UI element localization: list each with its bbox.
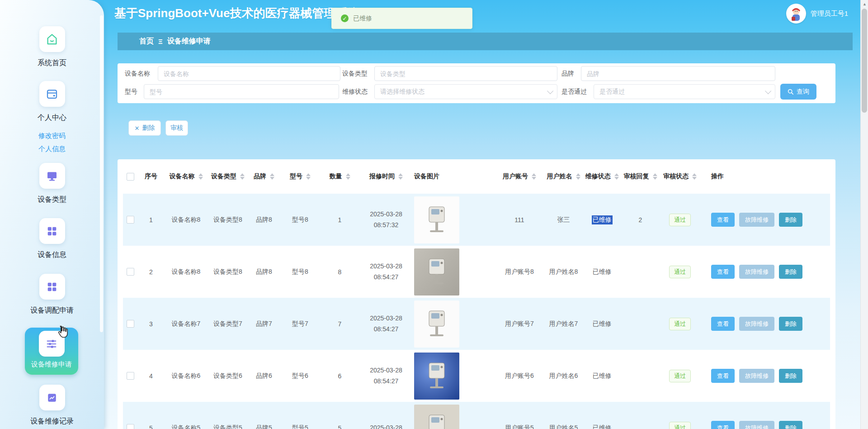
repair-status-text: 已维修	[592, 215, 613, 224]
cell-qty: 1	[321, 216, 359, 224]
breadcrumb-current: 设备维修申请	[167, 37, 211, 46]
breadcrumb-home[interactable]: 首页	[139, 37, 154, 46]
sidebar-item-profile[interactable]: 个人中心	[0, 81, 104, 123]
sidebar-item-device-info[interactable]: 设备信息	[0, 218, 104, 260]
column-header-actions: 操作	[700, 172, 830, 181]
page-scrollbar-thumb[interactable]	[862, 9, 867, 113]
user-block[interactable]: 管理员工号1	[786, 4, 848, 24]
column-header-name[interactable]: 设备名称	[165, 172, 208, 181]
audit-pass-tag[interactable]: 通过	[669, 370, 691, 382]
fault-repair-button[interactable]: 故障维修	[739, 317, 774, 331]
audit-pass-tag[interactable]: 通过	[669, 422, 691, 429]
search-button[interactable]: 查询	[780, 84, 816, 100]
cell-actions: 查看故障维修删除	[700, 317, 830, 331]
device-type-input[interactable]	[374, 66, 557, 81]
sidebar-item-home[interactable]: 系统首页	[0, 26, 104, 68]
sort-carets-icon[interactable]	[692, 173, 697, 180]
delete-row-button[interactable]: 删除	[779, 213, 802, 227]
filter-label-brand: 品牌	[561, 66, 574, 81]
sidebar-item-device-allocation[interactable]: 设备调配申请	[0, 274, 104, 315]
sidebar-item-device-repair-records[interactable]: 设备维修记录	[0, 385, 104, 426]
delete-row-button[interactable]: 删除	[779, 317, 802, 331]
cell-audit_status: 通过	[660, 214, 700, 226]
sort-carets-icon[interactable]	[240, 173, 245, 180]
column-label: 设备名称	[170, 172, 195, 181]
fault-repair-button[interactable]: 故障维修	[739, 421, 774, 429]
row-checkbox[interactable]	[127, 372, 134, 380]
fault-repair-button[interactable]: 故障维修	[739, 265, 774, 279]
brand-input[interactable]	[581, 66, 775, 81]
delete-row-button[interactable]: 删除	[779, 369, 802, 383]
select-all-checkbox[interactable]	[127, 173, 134, 181]
column-header-type[interactable]: 设备类型	[208, 172, 248, 181]
filter-panel: 设备名称 设备类型 品牌 型号 维修状态 请选择维修状态 是否通过 是否通过 查…	[118, 63, 835, 103]
cell-account: 用户账号6	[495, 372, 544, 380]
column-header-repair_status[interactable]: 维修状态	[583, 172, 621, 181]
avatar[interactable]	[786, 4, 806, 24]
audit-pass-tag[interactable]: 通过	[669, 266, 691, 278]
delete-row-button[interactable]: 删除	[779, 421, 802, 429]
column-header-reply[interactable]: 审核回复	[621, 172, 660, 181]
sort-carets-icon[interactable]	[346, 173, 350, 180]
view-button[interactable]: 查看	[711, 265, 735, 279]
sort-carets-icon[interactable]	[614, 173, 619, 180]
view-button[interactable]: 查看	[711, 421, 735, 429]
audit-button[interactable]: 审核	[165, 120, 188, 136]
column-header-brand[interactable]: 品牌	[248, 172, 280, 181]
sort-carets-icon[interactable]	[198, 173, 203, 180]
chevron-down-icon	[765, 87, 771, 94]
page-scrollbar[interactable]: ▲	[860, 0, 868, 429]
fault-repair-button[interactable]: 故障维修	[739, 213, 774, 227]
sidebar-item-device-repair-request[interactable]: 设备维修申请	[25, 328, 78, 375]
device-name-input[interactable]	[158, 66, 340, 81]
page-title: 基于SpringBoot+Vue技术的医疗器械管理系统	[114, 5, 359, 21]
model-input[interactable]	[144, 84, 339, 99]
cell-account: 用户账号8	[495, 268, 544, 276]
cell-time: 2025-03-2808:57:32	[359, 209, 413, 231]
sidebar-link-change-password[interactable]: 修改密码	[0, 132, 104, 140]
sort-carets-icon[interactable]	[306, 173, 311, 180]
column-header-qty[interactable]: 数量	[321, 172, 359, 181]
audit-pass-tag[interactable]: 通过	[669, 214, 691, 226]
cell-audit_status: 通过	[660, 370, 700, 382]
cell-actions: 查看故障维修删除	[700, 213, 830, 227]
select-all-cell[interactable]	[123, 173, 137, 181]
sort-carets-icon[interactable]	[270, 173, 274, 180]
sort-carets-icon[interactable]	[576, 173, 580, 180]
audit-pass-tag[interactable]: 通过	[669, 318, 691, 330]
filter-label-pass: 是否通过	[561, 84, 587, 99]
sort-carets-icon[interactable]	[653, 173, 657, 180]
sidebar-link-personal-info[interactable]: 个人信息	[0, 145, 104, 153]
cell-no: 2	[137, 268, 165, 276]
sidebar-scrollbar[interactable]	[100, 15, 103, 332]
table-body: 1设备名称8设备类型8品牌8型号812025-03-2808:57:32111张…	[123, 194, 830, 429]
cell-qty: 8	[321, 268, 359, 276]
view-button[interactable]: 查看	[711, 369, 735, 383]
column-header-time[interactable]: 报修时间	[359, 172, 413, 181]
delete-row-button[interactable]: 删除	[779, 265, 802, 279]
row-checkbox[interactable]	[127, 424, 134, 429]
column-header-model[interactable]: 型号	[280, 172, 321, 181]
repair-status-select[interactable]: 请选择维修状态	[374, 84, 557, 99]
column-label: 数量	[330, 172, 342, 181]
view-button[interactable]: 查看	[711, 317, 735, 331]
row-checkbox[interactable]	[127, 216, 134, 224]
sort-carets-icon[interactable]	[532, 173, 536, 180]
fault-repair-button[interactable]: 故障维修	[739, 369, 774, 383]
cell-account: 111	[495, 216, 544, 224]
cell-reply: 2	[621, 216, 660, 224]
view-button[interactable]: 查看	[711, 213, 735, 227]
row-checkbox[interactable]	[127, 320, 134, 328]
scroll-up-arrow-icon[interactable]: ▲	[861, 0, 868, 8]
cell-model: 型号7	[280, 320, 321, 328]
delete-button[interactable]: ✕ 删除	[128, 120, 161, 136]
row-checkbox[interactable]	[127, 268, 134, 276]
column-header-audit_status[interactable]: 审核状态	[660, 172, 700, 181]
cell-audit_status: 通过	[660, 266, 700, 278]
column-header-person[interactable]: 用户姓名	[544, 172, 583, 181]
sidebar-item-device-type[interactable]: 设备类型	[0, 163, 104, 205]
cell-image	[413, 405, 495, 429]
sort-carets-icon[interactable]	[398, 173, 403, 180]
pass-select[interactable]: 是否通过	[594, 84, 775, 99]
column-header-account[interactable]: 用户账号	[495, 172, 544, 181]
